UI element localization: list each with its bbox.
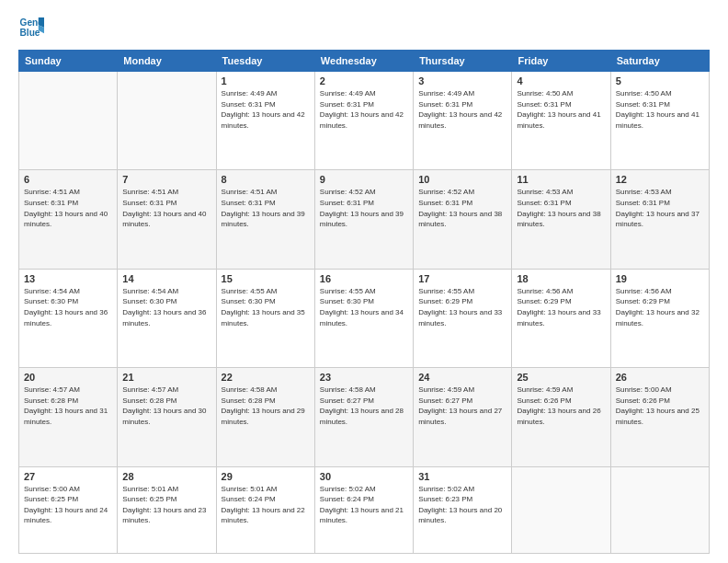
calendar-day-cell: 25Sunrise: 4:59 AM Sunset: 6:26 PM Dayli… — [512, 368, 610, 466]
day-number: 28 — [122, 471, 210, 482]
weekday-header-cell: Tuesday — [216, 51, 314, 72]
calendar-table: SundayMondayTuesdayWednesdayThursdayFrid… — [18, 50, 710, 554]
day-info: Sunrise: 4:49 AM Sunset: 6:31 PM Dayligh… — [320, 88, 408, 131]
calendar-day-cell: 8Sunrise: 4:51 AM Sunset: 6:31 PM Daylig… — [216, 170, 314, 269]
calendar-day-cell — [610, 466, 709, 553]
calendar-day-cell: 9Sunrise: 4:52 AM Sunset: 6:31 PM Daylig… — [314, 170, 413, 269]
day-number: 5 — [616, 75, 704, 86]
calendar-day-cell: 17Sunrise: 4:55 AM Sunset: 6:29 PM Dayli… — [414, 269, 512, 367]
day-info: Sunrise: 4:53 AM Sunset: 6:31 PM Dayligh… — [517, 187, 605, 229]
calendar-day-cell: 4Sunrise: 4:50 AM Sunset: 6:31 PM Daylig… — [512, 72, 610, 170]
day-info: Sunrise: 5:02 AM Sunset: 6:24 PM Dayligh… — [320, 484, 408, 526]
day-number: 10 — [418, 174, 506, 185]
day-number: 19 — [616, 273, 704, 284]
weekday-header-row: SundayMondayTuesdayWednesdayThursdayFrid… — [19, 51, 710, 72]
day-number: 8 — [222, 174, 310, 185]
day-number: 1 — [222, 75, 310, 86]
calendar-week-row: 27Sunrise: 5:00 AM Sunset: 6:25 PM Dayli… — [19, 466, 710, 553]
day-number: 30 — [320, 471, 408, 482]
calendar-day-cell: 31Sunrise: 5:02 AM Sunset: 6:23 PM Dayli… — [414, 466, 512, 553]
day-info: Sunrise: 4:58 AM Sunset: 6:27 PM Dayligh… — [320, 385, 408, 427]
calendar-day-cell: 24Sunrise: 4:59 AM Sunset: 6:27 PM Dayli… — [414, 368, 512, 466]
calendar-day-cell: 6Sunrise: 4:51 AM Sunset: 6:31 PM Daylig… — [19, 170, 118, 269]
day-number: 23 — [320, 372, 408, 383]
day-info: Sunrise: 4:50 AM Sunset: 6:31 PM Dayligh… — [616, 88, 704, 131]
calendar-day-cell: 11Sunrise: 4:53 AM Sunset: 6:31 PM Dayli… — [512, 170, 610, 269]
day-number: 22 — [222, 372, 310, 383]
day-info: Sunrise: 4:59 AM Sunset: 6:26 PM Dayligh… — [517, 385, 605, 427]
day-info: Sunrise: 4:56 AM Sunset: 6:29 PM Dayligh… — [616, 286, 704, 328]
day-number: 27 — [24, 471, 112, 482]
logo-icon: General Blue — [18, 15, 44, 40]
day-number: 9 — [320, 174, 408, 185]
calendar-day-cell — [118, 72, 216, 170]
calendar-day-cell: 29Sunrise: 5:01 AM Sunset: 6:24 PM Dayli… — [216, 466, 314, 553]
day-info: Sunrise: 4:51 AM Sunset: 6:31 PM Dayligh… — [222, 187, 310, 229]
day-number: 13 — [24, 273, 112, 284]
calendar-week-row: 1Sunrise: 4:49 AM Sunset: 6:31 PM Daylig… — [19, 72, 710, 170]
weekday-header-cell: Wednesday — [314, 51, 413, 72]
day-number: 29 — [222, 471, 310, 482]
weekday-header-cell: Monday — [118, 51, 216, 72]
day-info: Sunrise: 4:52 AM Sunset: 6:31 PM Dayligh… — [418, 187, 506, 229]
calendar-day-cell: 30Sunrise: 5:02 AM Sunset: 6:24 PM Dayli… — [314, 466, 413, 553]
day-info: Sunrise: 4:58 AM Sunset: 6:28 PM Dayligh… — [222, 385, 310, 427]
day-number: 16 — [320, 273, 408, 284]
calendar-day-cell: 12Sunrise: 4:53 AM Sunset: 6:31 PM Dayli… — [610, 170, 709, 269]
day-info: Sunrise: 5:00 AM Sunset: 6:25 PM Dayligh… — [24, 484, 112, 526]
header: General Blue — [18, 15, 710, 40]
day-number: 18 — [517, 273, 605, 284]
calendar-day-cell — [19, 72, 118, 170]
calendar-page: General Blue SundayMondayTuesdayWednesda… — [0, 0, 728, 563]
calendar-day-cell: 18Sunrise: 4:56 AM Sunset: 6:29 PM Dayli… — [512, 269, 610, 367]
calendar-day-cell — [512, 466, 610, 553]
calendar-week-row: 13Sunrise: 4:54 AM Sunset: 6:30 PM Dayli… — [19, 269, 710, 367]
day-number: 6 — [24, 174, 112, 185]
calendar-day-cell: 21Sunrise: 4:57 AM Sunset: 6:28 PM Dayli… — [118, 368, 216, 466]
day-info: Sunrise: 4:49 AM Sunset: 6:31 PM Dayligh… — [418, 88, 506, 131]
day-info: Sunrise: 5:01 AM Sunset: 6:24 PM Dayligh… — [222, 484, 310, 526]
day-number: 2 — [320, 75, 408, 86]
calendar-day-cell: 27Sunrise: 5:00 AM Sunset: 6:25 PM Dayli… — [19, 466, 118, 553]
calendar-day-cell: 15Sunrise: 4:55 AM Sunset: 6:30 PM Dayli… — [216, 269, 314, 367]
calendar-day-cell: 16Sunrise: 4:55 AM Sunset: 6:30 PM Dayli… — [314, 269, 413, 367]
day-info: Sunrise: 4:54 AM Sunset: 6:30 PM Dayligh… — [122, 286, 210, 328]
day-number: 20 — [24, 372, 112, 383]
weekday-header-cell: Saturday — [610, 51, 709, 72]
day-number: 26 — [616, 372, 704, 383]
day-info: Sunrise: 4:55 AM Sunset: 6:30 PM Dayligh… — [222, 286, 310, 328]
calendar-day-cell: 7Sunrise: 4:51 AM Sunset: 6:31 PM Daylig… — [118, 170, 216, 269]
day-number: 17 — [418, 273, 506, 284]
day-info: Sunrise: 4:55 AM Sunset: 6:29 PM Dayligh… — [418, 286, 506, 328]
day-info: Sunrise: 4:59 AM Sunset: 6:27 PM Dayligh… — [418, 385, 506, 427]
calendar-week-row: 6Sunrise: 4:51 AM Sunset: 6:31 PM Daylig… — [19, 170, 710, 269]
day-number: 12 — [616, 174, 704, 185]
calendar-day-cell: 20Sunrise: 4:57 AM Sunset: 6:28 PM Dayli… — [19, 368, 118, 466]
day-number: 11 — [517, 174, 605, 185]
calendar-day-cell: 19Sunrise: 4:56 AM Sunset: 6:29 PM Dayli… — [610, 269, 709, 367]
calendar-day-cell: 22Sunrise: 4:58 AM Sunset: 6:28 PM Dayli… — [216, 368, 314, 466]
day-number: 15 — [222, 273, 310, 284]
day-info: Sunrise: 4:50 AM Sunset: 6:31 PM Dayligh… — [517, 88, 605, 131]
day-number: 24 — [418, 372, 506, 383]
calendar-day-cell: 3Sunrise: 4:49 AM Sunset: 6:31 PM Daylig… — [414, 72, 512, 170]
day-info: Sunrise: 5:01 AM Sunset: 6:25 PM Dayligh… — [122, 484, 210, 526]
day-number: 25 — [517, 372, 605, 383]
day-number: 21 — [122, 372, 210, 383]
calendar-day-cell: 10Sunrise: 4:52 AM Sunset: 6:31 PM Dayli… — [414, 170, 512, 269]
calendar-day-cell: 1Sunrise: 4:49 AM Sunset: 6:31 PM Daylig… — [216, 72, 314, 170]
weekday-header-cell: Friday — [512, 51, 610, 72]
day-info: Sunrise: 5:00 AM Sunset: 6:26 PM Dayligh… — [616, 385, 704, 427]
calendar-body: 1Sunrise: 4:49 AM Sunset: 6:31 PM Daylig… — [19, 72, 710, 554]
day-number: 31 — [418, 471, 506, 482]
day-info: Sunrise: 4:57 AM Sunset: 6:28 PM Dayligh… — [122, 385, 210, 427]
day-info: Sunrise: 4:51 AM Sunset: 6:31 PM Dayligh… — [24, 187, 112, 229]
day-info: Sunrise: 4:57 AM Sunset: 6:28 PM Dayligh… — [24, 385, 112, 427]
day-number: 3 — [418, 75, 506, 86]
day-info: Sunrise: 4:49 AM Sunset: 6:31 PM Dayligh… — [222, 88, 310, 131]
day-number: 14 — [122, 273, 210, 284]
logo: General Blue — [18, 15, 44, 40]
svg-text:Blue: Blue — [20, 28, 40, 38]
calendar-day-cell: 13Sunrise: 4:54 AM Sunset: 6:30 PM Dayli… — [19, 269, 118, 367]
weekday-header-cell: Sunday — [19, 51, 118, 72]
